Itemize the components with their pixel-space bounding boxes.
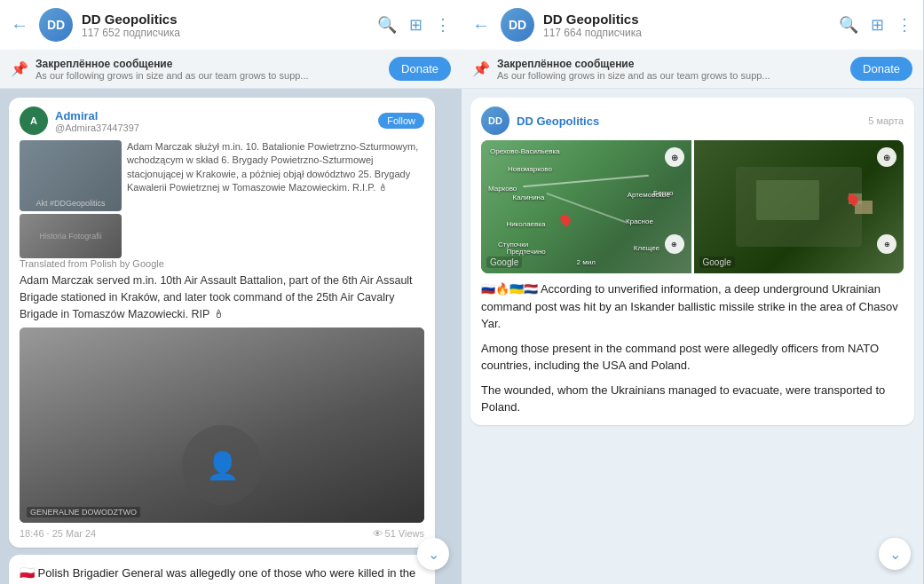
dd-channel-name: DD Geopolitics <box>517 114 599 128</box>
left-header-icons: 🔍 ⊞ ⋮ <box>377 15 451 35</box>
message-bubble-2: 🇵🇱 Polish Brigadier General was allegedl… <box>9 555 435 584</box>
map-image-left: Ореховo-Васильевка Новомарково Марково Б… <box>481 140 691 273</box>
left-pinned-banner[interactable]: 📌 Закреплённое сообщение As our followin… <box>0 50 462 89</box>
right-donate-button[interactable]: Donate <box>850 57 912 81</box>
right-chevron-down-icon: ⌄ <box>889 546 901 563</box>
map-watermark-right: Google <box>699 256 735 268</box>
left-avatar: DD <box>39 8 73 42</box>
left-more-icon[interactable]: ⋮ <box>435 15 451 35</box>
right-scroll-down-button[interactable]: ⌄ <box>879 538 911 570</box>
right-pinned-banner[interactable]: 📌 Закреплённое сообщение As our followin… <box>462 50 923 89</box>
map-image-right: ⊕ ⊕ Google <box>694 140 904 273</box>
map-watermark-left: Google <box>486 256 522 268</box>
msg-english-text: Adam Marczak served m.in. 10th Air Assau… <box>20 272 424 322</box>
map-scale-left: ⊕ <box>665 234 684 254</box>
dd-message-date: 5 марта <box>868 115 904 126</box>
bw-photo: 👤 GENERALNE DOWODZTWO <box>20 328 424 523</box>
left-search-icon[interactable]: 🔍 <box>377 15 397 35</box>
left-columns-icon[interactable]: ⊞ <box>409 15 423 35</box>
right-back-button[interactable]: ← <box>472 15 490 36</box>
left-pinned-description: As our following grows in size and as ou… <box>36 70 382 81</box>
map-compass-left: ⊕ <box>665 147 684 167</box>
tweet-content: Akt #DDGeopolitics Historia Fotografii A… <box>20 140 424 258</box>
msg-author-handle: @Admira37447397 <box>55 122 139 133</box>
right-search-icon[interactable]: 🔍 <box>839 15 858 35</box>
follow-button[interactable]: Follow <box>378 113 424 129</box>
left-donate-button[interactable]: Donate <box>389 57 451 81</box>
left-pinned-title: Закреплённое сообщение <box>36 58 382 70</box>
right-header: ← DD DD Geopolitics 117 664 подписчика 🔍… <box>462 0 923 50</box>
right-columns-icon[interactable]: ⊞ <box>871 15 884 35</box>
left-scroll-down-button[interactable]: ⌄ <box>417 538 449 570</box>
right-channel-title: DD Geopolitics <box>543 12 830 27</box>
message-bubble-1: A Admiral @Admira37447397 Follow Akt #DD… <box>9 98 435 548</box>
right-pinned-text: Закреплённое сообщение As our following … <box>497 58 843 81</box>
left-panel: ← DD DD Geopolitics 117 652 подписчика 🔍… <box>0 0 462 584</box>
right-subscriber-count: 117 664 подписчика <box>543 27 830 39</box>
right-header-info: DD Geopolitics 117 664 подписчика <box>543 12 830 39</box>
translated-label: Translated from Polish by Google <box>20 258 424 269</box>
map-container: Ореховo-Васильевка Новомарково Марково Б… <box>481 140 904 273</box>
left-channel-title: DD Geopolitics <box>82 12 368 27</box>
right-pinned-description: As our following grows in size and as ou… <box>497 70 843 81</box>
right-avatar: DD <box>501 8 534 42</box>
photo-watermark: GENERALNE DOWODZTWO <box>27 507 140 517</box>
right-pin-icon: 📌 <box>472 60 490 77</box>
left-pinned-text: Закреплённое сообщение As our following … <box>36 58 382 81</box>
left-back-button[interactable]: ← <box>11 15 28 36</box>
chevron-down-icon: ⌄ <box>428 546 439 563</box>
tweet-image-2: Historia Fotografii <box>20 214 122 258</box>
dd-message-bubble: DD DD Geopolitics 5 марта Ореховo-Василь… <box>470 98 914 425</box>
eye-icon: 👁 <box>373 528 383 539</box>
bottom-text-1: 🇵🇱 Polish Brigadier General was allegedl… <box>20 564 424 584</box>
dd-channel-avatar: DD <box>481 107 509 135</box>
right-chat-area[interactable]: DD DD Geopolitics 5 марта Ореховo-Василь… <box>462 89 923 584</box>
msg-time-row: 18:46 · 25 Mar 24 👁 51 Views <box>20 528 424 539</box>
pin-icon: 📌 <box>11 60 28 77</box>
msg-time: 18:46 · 25 Mar 24 <box>20 528 96 539</box>
msg-author-row: A Admiral @Admira37447397 Follow <box>20 107 424 135</box>
tweet-polish-text: Adam Marczak służył m.in. 10. Batalionie… <box>127 140 424 195</box>
tweet-images: Akt #DDGeopolitics Historia Fotografii <box>20 140 122 258</box>
left-chat-area[interactable]: A Admiral @Admira37447397 Follow Akt #DD… <box>0 89 462 584</box>
msg-author-info: Admiral @Admira37447397 <box>55 109 139 133</box>
tweet-image-1: Akt #DDGeopolitics <box>20 140 122 211</box>
map-compass-right: ⊕ <box>877 147 896 167</box>
left-header: ← DD DD Geopolitics 117 652 подписчика 🔍… <box>0 0 462 50</box>
channel-header: DD DD Geopolitics 5 марта <box>481 107 904 135</box>
left-subscriber-count: 117 652 подписчика <box>82 27 368 39</box>
map-scale-right: ⊕ <box>877 234 896 254</box>
admiral-avatar: A <box>20 107 48 135</box>
dd-message-body: 🇷🇺🔥🇺🇦🇳🇱 According to unverified informat… <box>481 280 904 416</box>
left-header-info: DD Geopolitics 117 652 подписчика <box>82 12 368 39</box>
msg-views: 👁 51 Views <box>373 528 424 539</box>
tweet-right-content: Adam Marczak służył m.in. 10. Batalionie… <box>127 140 424 258</box>
right-pinned-title: Закреплённое сообщение <box>497 58 843 70</box>
right-panel: ← DD DD Geopolitics 117 664 подписчика 🔍… <box>462 0 923 584</box>
right-more-icon[interactable]: ⋮ <box>896 15 912 35</box>
msg-author-name: Admiral <box>55 109 139 122</box>
right-header-icons: 🔍 ⊞ ⋮ <box>839 15 912 35</box>
